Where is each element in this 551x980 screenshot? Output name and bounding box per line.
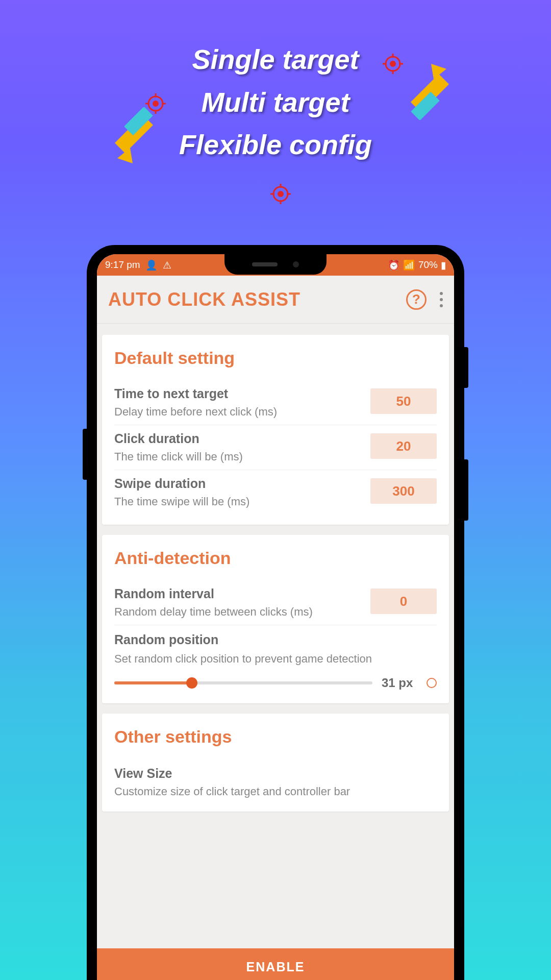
signal-icon: 📶 <box>403 259 415 271</box>
warning-icon: ⚠ <box>163 259 171 271</box>
help-button[interactable]: ? <box>406 289 427 310</box>
enable-button[interactable]: ENABLE <box>97 948 454 980</box>
setting-label: Random interval <box>114 586 362 601</box>
slider-value: 31 px <box>382 676 417 690</box>
setting-swipe-duration[interactable]: Swipe duration The time swipe will be (m… <box>114 470 437 514</box>
target-icon <box>270 184 291 204</box>
slider-thumb[interactable] <box>186 677 197 689</box>
setting-desc: The time click will be (ms) <box>114 450 362 463</box>
pointer-hand-icon <box>403 59 464 120</box>
promo-headlines: Single target Multi target Flexible conf… <box>0 38 551 166</box>
pointer-hand-icon <box>99 107 161 168</box>
status-time: 9:17 pm <box>105 259 140 271</box>
content-scroll[interactable]: Default setting Time to next target Dela… <box>97 324 454 948</box>
setting-random-interval[interactable]: Random interval Random delay time betwee… <box>114 580 437 625</box>
svg-point-13 <box>278 191 284 197</box>
battery-icon: ▮ <box>441 259 446 271</box>
battery-text: 70% <box>418 259 438 271</box>
setting-view-size[interactable]: View Size Customize size of click target… <box>114 759 437 801</box>
card-title: Other settings <box>114 727 437 747</box>
setting-desc: Delay time before next click (ms) <box>114 405 362 419</box>
notch <box>224 254 327 275</box>
position-slider[interactable] <box>114 681 372 684</box>
status-icon: 👤 <box>145 259 158 271</box>
app-title: AUTO CLICK ASSIST <box>108 289 300 310</box>
phone-screen: 9:17 pm 👤 ⚠ ⏰ 📶 70% ▮ AUTO CLICK ASSIST … <box>97 254 454 980</box>
app-header: AUTO CLICK ASSIST ? <box>97 276 454 324</box>
setting-desc: Random delay time between clicks (ms) <box>114 605 362 619</box>
setting-click-duration[interactable]: Click duration The time click will be (m… <box>114 425 437 470</box>
svg-point-1 <box>390 61 396 67</box>
setting-label: Click duration <box>114 431 362 446</box>
setting-label: View Size <box>114 766 437 781</box>
value-input[interactable]: 50 <box>370 388 437 414</box>
target-icon <box>383 54 403 74</box>
value-input[interactable]: 20 <box>370 433 437 459</box>
radio-toggle[interactable] <box>427 678 437 688</box>
setting-label: Swipe duration <box>114 476 362 491</box>
setting-label: Random position <box>114 632 437 647</box>
setting-desc: Customize size of click target and contr… <box>114 785 437 798</box>
setting-time-to-next[interactable]: Time to next target Delay time before ne… <box>114 380 437 425</box>
setting-random-position: Random position Set random click positio… <box>114 625 437 693</box>
value-input[interactable]: 300 <box>370 478 437 504</box>
promo-line-2: Multi target <box>0 81 551 124</box>
default-setting-card: Default setting Time to next target Dela… <box>102 335 449 525</box>
overflow-menu-button[interactable] <box>440 292 443 307</box>
anti-detection-card: Anti-detection Random interval Random de… <box>102 535 449 703</box>
setting-desc: Set random click position to prevent gam… <box>114 652 437 666</box>
alarm-icon: ⏰ <box>388 259 400 271</box>
other-settings-card: Other settings View Size Customize size … <box>102 714 449 812</box>
promo-line-3: Flexible config <box>0 124 551 166</box>
promo-line-1: Single target <box>0 38 551 81</box>
setting-desc: The time swipe will be (ms) <box>114 495 362 508</box>
card-title: Default setting <box>114 348 437 368</box>
setting-label: Time to next target <box>114 386 362 401</box>
value-input[interactable]: 0 <box>370 589 437 614</box>
phone-frame: 9:17 pm 👤 ⚠ ⏰ 📶 70% ▮ AUTO CLICK ASSIST … <box>87 245 464 980</box>
card-title: Anti-detection <box>114 548 437 568</box>
svg-point-7 <box>153 101 159 107</box>
